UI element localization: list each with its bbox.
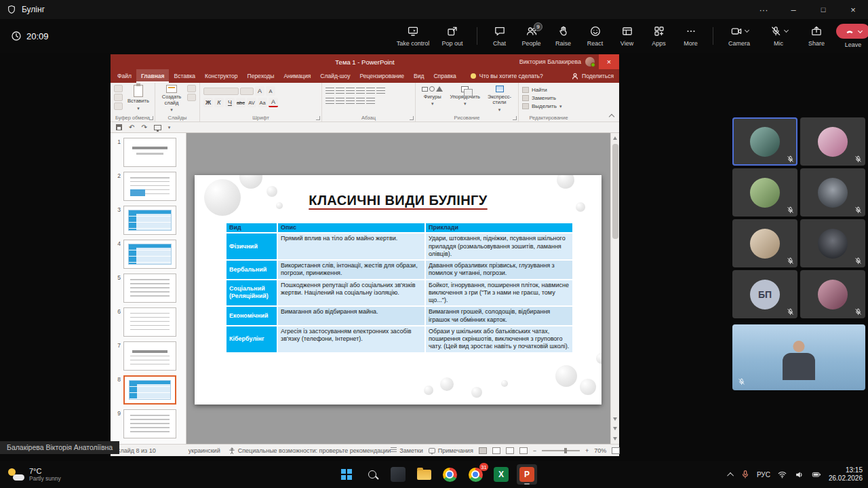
slide-scrollbar[interactable] <box>610 133 619 444</box>
slide-thumbnail-3[interactable]: 3 <box>112 206 186 235</box>
volume-icon[interactable] <box>794 470 804 479</box>
comments-toggle[interactable]: Примечания <box>429 447 473 454</box>
language-indicator[interactable]: РУС <box>757 471 770 478</box>
find-button[interactable]: Найти <box>522 87 561 93</box>
excel-button[interactable]: X <box>491 464 511 485</box>
slide-layout-icon[interactable] <box>187 85 196 92</box>
indent-increase-icon[interactable] <box>356 88 365 94</box>
people-button[interactable]: 9 People <box>515 25 547 47</box>
columns-icon[interactable] <box>366 98 375 105</box>
start-slideshow-icon[interactable] <box>154 125 161 130</box>
numbering-icon[interactable] <box>336 88 344 94</box>
new-slide-button[interactable]: Создать слайд ▾ <box>159 85 184 113</box>
powerpoint-button[interactable]: P <box>517 464 537 485</box>
ppt-close-button[interactable]: × <box>599 54 619 69</box>
quick-styles-button[interactable]: Экспресс-стили ▾ <box>484 85 515 112</box>
participant-tile-8[interactable] <box>800 270 865 318</box>
react-button[interactable]: React <box>579 25 611 47</box>
leave-button[interactable]: Leave <box>835 24 868 48</box>
view-button[interactable]: View <box>611 25 643 47</box>
participant-tile-6[interactable] <box>800 219 865 267</box>
underline-button[interactable]: Ч <box>225 98 235 107</box>
replace-button[interactable]: Заменить <box>522 95 561 101</box>
participant-tile-5[interactable] <box>732 219 797 267</box>
slide-thumbnail-5[interactable]: 5 <box>112 274 186 303</box>
search-button[interactable] <box>362 464 382 485</box>
slide-thumbnail-8-selected[interactable]: 8 <box>112 375 186 405</box>
align-right-icon[interactable] <box>346 98 355 105</box>
normal-view-icon[interactable] <box>479 447 487 454</box>
tray-clock[interactable]: 13:15 26.02.2026 <box>829 466 863 483</box>
ppt-share-button[interactable]: Поделиться <box>572 73 614 79</box>
slide-thumbnail-2[interactable]: 2 <box>112 172 186 201</box>
ppt-tab-slideshow[interactable]: Слайд-шоу <box>315 69 355 83</box>
leave-dropdown-icon[interactable] <box>858 28 863 33</box>
font-name-box[interactable] <box>203 88 239 95</box>
bullets-icon[interactable] <box>326 88 334 94</box>
dialog-launcher-icon[interactable] <box>513 116 517 120</box>
take-control-button[interactable]: Take control <box>392 25 434 47</box>
font-color-button[interactable]: А <box>269 98 278 107</box>
ppt-tab-review[interactable]: Рецензирование <box>355 69 409 83</box>
save-icon[interactable] <box>116 124 122 130</box>
zoom-level[interactable]: 70% <box>594 447 606 454</box>
ppt-tab-design[interactable]: Конструктор <box>200 69 242 83</box>
change-case-button[interactable]: Aa <box>258 98 267 107</box>
slideshow-view-icon[interactable] <box>519 447 528 454</box>
chat-button[interactable]: Chat <box>484 25 515 47</box>
slide-thumbnail-6[interactable]: 6 <box>112 307 186 337</box>
apps-button[interactable]: Apps <box>643 25 675 47</box>
zoom-in-icon[interactable]: + <box>585 447 589 454</box>
slide-thumbnail-1[interactable]: 1 <box>112 138 186 167</box>
window-maximize-button[interactable]: □ <box>808 0 838 19</box>
notes-toggle[interactable]: Заметки <box>391 447 422 454</box>
slide-thumbnail-7[interactable]: 7 <box>112 341 186 371</box>
fit-slide-icon[interactable] <box>612 447 620 454</box>
arrange-button[interactable]: Упорядочить ▾ <box>448 85 481 107</box>
undo-icon[interactable]: ↶ <box>129 124 134 131</box>
chrome-badged-button[interactable]: 31 <box>465 464 486 485</box>
dialog-launcher-icon[interactable] <box>316 116 320 120</box>
file-explorer-button[interactable] <box>414 464 434 485</box>
current-slide[interactable]: КЛАСИЧНІ ВИДИ БУЛІНГУ Вид Опис Приклади … <box>195 175 601 405</box>
mic-dropdown-icon[interactable] <box>783 28 788 33</box>
strikethrough-button[interactable]: abc <box>236 98 245 107</box>
ppt-tab-view[interactable]: Вид <box>409 69 429 83</box>
taskbar-app-dark[interactable] <box>388 464 408 485</box>
camera-dropdown-icon[interactable] <box>744 28 749 33</box>
indent-decrease-icon[interactable] <box>346 88 355 94</box>
redo-icon[interactable]: ↷ <box>141 124 146 131</box>
ppt-tab-animations[interactable]: Анимация <box>279 69 315 83</box>
window-minimize-button[interactable]: – <box>778 0 808 19</box>
cut-icon[interactable] <box>114 85 123 92</box>
mic-button[interactable]: Mic <box>759 25 798 47</box>
next-slide-icon[interactable] <box>613 427 617 430</box>
participant-tile-2[interactable] <box>800 117 865 166</box>
align-left-icon[interactable] <box>326 98 334 105</box>
weather-widget[interactable]: 7°C Partly sunny <box>7 461 61 488</box>
qat-customize-icon[interactable]: ▾ <box>168 125 171 130</box>
dialog-launcher-icon[interactable] <box>149 116 153 120</box>
start-button[interactable] <box>336 464 357 485</box>
scroll-down-icon[interactable] <box>613 437 617 440</box>
status-language[interactable]: украинский <box>189 447 220 454</box>
character-spacing-button[interactable]: AV <box>247 98 256 107</box>
ppt-tab-file[interactable]: Файл <box>113 69 136 83</box>
chrome-button[interactable] <box>439 464 460 485</box>
scrollbar-thumb[interactable] <box>612 144 618 239</box>
slide-thumbnail-9[interactable]: 9 <box>112 409 186 438</box>
font-size-grow-button[interactable]: А <box>255 86 264 96</box>
tell-me-box[interactable]: Что вы хотите сделать? <box>471 73 543 79</box>
tray-chevron-icon[interactable] <box>727 472 734 478</box>
shapes-button[interactable]: Фигуры ▾ <box>419 85 446 107</box>
ppt-tab-transitions[interactable]: Переходы <box>243 69 279 83</box>
window-close-button[interactable]: × <box>838 0 868 19</box>
dialog-launcher-icon[interactable] <box>410 116 414 120</box>
participant-tile-4[interactable] <box>800 168 865 217</box>
paste-button[interactable]: Вставить ▾ <box>125 85 151 111</box>
font-size-box[interactable] <box>240 88 254 95</box>
pop-out-button[interactable]: Pop out <box>434 25 471 47</box>
wifi-icon[interactable] <box>777 470 787 479</box>
italic-button[interactable]: К <box>214 98 224 107</box>
ppt-account-avatar[interactable] <box>585 57 595 67</box>
